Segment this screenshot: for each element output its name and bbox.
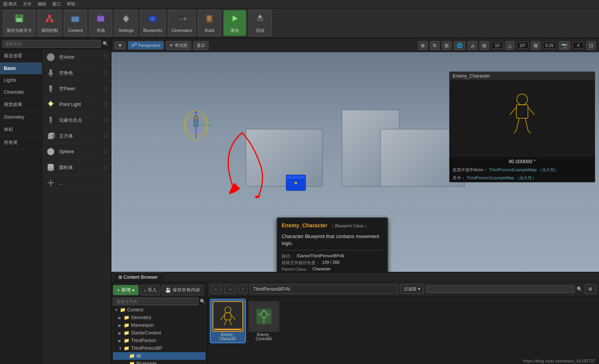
angle-value[interactable]: 10° xyxy=(517,42,529,49)
launch-label: 启动 xyxy=(256,28,264,33)
grid-toggle[interactable]: ⊞ xyxy=(480,41,489,50)
new-button[interactable]: + 新增 ▾ xyxy=(113,285,139,295)
preview-character-svg xyxy=(499,88,545,149)
new-dropdown-arrow: ▾ xyxy=(132,288,134,293)
asset-item-enemy-character[interactable]: Enemy_Character xyxy=(211,299,245,342)
list-item[interactable]: 空角色 ⓘ xyxy=(42,65,111,81)
filter-button[interactable]: 过滤器 ▾ xyxy=(400,284,423,294)
import-button[interactable]: ↓ 导入 xyxy=(140,285,160,295)
search-input[interactable] xyxy=(2,40,101,48)
camera-speed[interactable]: 4 xyxy=(572,42,584,49)
tree-blueprints-label: Blueprints xyxy=(136,361,157,364)
list-item[interactable]: 空Actor ⓘ xyxy=(42,50,111,65)
show-button[interactable]: 显示 xyxy=(193,41,209,50)
list-item[interactable]: Point Light ⓘ xyxy=(42,97,111,113)
menu-edit[interactable]: 编辑 xyxy=(38,1,46,7)
scale-value[interactable]: 0.25 xyxy=(543,42,556,49)
tooltip-description: Character Blueprint that contains moveme… xyxy=(282,233,383,247)
menu-window[interactable]: 窗口 xyxy=(52,1,61,7)
list-item[interactable]: 圆柱体 ⓘ xyxy=(42,160,111,175)
source-control-button[interactable]: 源码控制 xyxy=(38,10,61,36)
asset-thumb-enemy-character xyxy=(212,301,243,332)
category-basic[interactable]: Basic xyxy=(0,63,42,74)
lit-button[interactable]: ☀ 带光照 xyxy=(166,41,191,50)
category-volume[interactable]: 体积 xyxy=(0,123,42,136)
launch-icon xyxy=(255,13,265,26)
preview-level-link[interactable]: ThirdPersonExampleMap （永久性） xyxy=(466,175,536,180)
preview-map-label: ThirdPersonExampleMap xyxy=(489,167,537,172)
tooltip-divider xyxy=(282,250,383,250)
main-area: 🔍 最近放置 Basic Lights Cinematic 视觉效果 Geome… xyxy=(0,38,599,364)
category-lights[interactable]: Lights xyxy=(0,74,42,86)
tree-item-geometry[interactable]: ▶ 📁 Geometry xyxy=(113,314,206,321)
category-geometry[interactable]: Geometry xyxy=(0,111,42,123)
surface-snap[interactable]: ⊿ xyxy=(468,41,477,50)
svg-point-4 xyxy=(46,19,49,22)
category-cinematic[interactable]: Cinematic xyxy=(0,86,42,98)
cube-label: 立方体 xyxy=(59,133,101,139)
preview-map-link[interactable]: ThirdPersonExampleMap （永久性） xyxy=(489,167,559,172)
asset-item-enemy-controller[interactable]: Enemy_Controller xyxy=(247,299,281,342)
nav-back-button[interactable]: ← xyxy=(211,285,222,294)
nav-up-button[interactable]: ↑ xyxy=(238,285,247,294)
nav-forward-button[interactable]: → xyxy=(224,285,236,294)
save-all-button[interactable]: 💾 保存所有内容 xyxy=(162,285,204,295)
content-button[interactable]: Content xyxy=(64,10,87,36)
top-menu-bar: ▦ 模式 文件 编辑 窗口 帮助 xyxy=(0,0,599,8)
scale-tool[interactable]: ⊞ xyxy=(442,41,451,50)
cube-info: ⓘ xyxy=(104,133,108,139)
category-all[interactable]: 所有类 xyxy=(0,136,42,149)
build-button[interactable]: Build xyxy=(198,10,221,36)
translate-tool[interactable]: ⊕ xyxy=(418,41,428,50)
empty-actor-info: ⓘ xyxy=(104,55,108,60)
bottom-content: + 新增 ▾ ↓ 导入 💾 保存所有内容 xyxy=(111,282,599,364)
list-item[interactable]: ... xyxy=(42,175,111,191)
menu-help[interactable]: 帮助 xyxy=(67,1,75,7)
svg-point-37 xyxy=(49,102,53,106)
maximize-button[interactable]: ⊡ xyxy=(586,41,596,50)
angle-toggle[interactable]: △ xyxy=(505,41,514,50)
search-icon: 🔍 xyxy=(103,41,108,46)
cinematics-button[interactable]: Cinematics xyxy=(168,10,196,36)
assets-search-input[interactable] xyxy=(426,285,574,293)
perspective-button[interactable]: Perspective xyxy=(128,41,164,50)
tree-item-thirdperson[interactable]: ▶ 📁 ThirdPerson xyxy=(113,337,206,344)
tree-item-mannequin[interactable]: ▶ 📁 Mannequin xyxy=(113,321,206,329)
play-button[interactable]: 播放 xyxy=(223,10,246,36)
cube-icon xyxy=(45,131,56,141)
tree-item-ai[interactable]: 📁 AI xyxy=(113,352,206,360)
blueprints-button[interactable]: Blueprints xyxy=(140,10,166,36)
list-item[interactable]: 空Pawn ⓘ xyxy=(42,81,111,97)
tab-content-browser[interactable]: ⊞ Content Browser xyxy=(114,273,163,281)
category-recent[interactable]: 最近放置 xyxy=(0,50,42,63)
tree-item-content[interactable]: ▼ 📁 Content xyxy=(113,306,206,314)
cylinder-label: 圆柱体 xyxy=(59,164,101,171)
assets-settings-button[interactable]: ⚙ xyxy=(585,285,596,294)
camera-toggle[interactable]: 📷 xyxy=(559,41,570,50)
launch-button[interactable]: 启动 xyxy=(249,10,272,36)
tree-search-input[interactable] xyxy=(113,298,198,305)
bottom-tabs: ⊞ Content Browser xyxy=(111,273,599,282)
market-button[interactable]: 市场 xyxy=(89,10,112,36)
settings-button[interactable]: Settings xyxy=(114,10,138,36)
scale-toggle[interactable]: ⊠ xyxy=(531,41,541,50)
category-visual[interactable]: 视觉效果 xyxy=(0,98,42,111)
mode-button[interactable]: ▦ 模式 xyxy=(3,1,17,7)
tree-item-blueprints[interactable]: 📁 Blueprints xyxy=(113,360,206,364)
tree-item-thirdpersonbp[interactable]: ▼ 📁 ThirdPersonBP xyxy=(113,344,206,352)
tree-item-starter[interactable]: ▶ 📁 StarterContent xyxy=(113,329,206,337)
viewport[interactable]: ▼ Perspective ☀ 带光照 显示 xyxy=(111,38,599,272)
grid-size[interactable]: 10 xyxy=(491,42,503,49)
list-item[interactable]: 玩家出生点 ⓘ xyxy=(42,113,111,128)
menu-file[interactable]: 文件 xyxy=(23,1,32,7)
viewport-dropdown[interactable]: ▼ xyxy=(114,41,126,49)
list-item[interactable]: Sphere ⓘ xyxy=(42,144,111,160)
svg-rect-57 xyxy=(132,45,134,46)
rotate-tool[interactable]: ↻ xyxy=(430,41,440,50)
path-box[interactable]: ThirdPersonBP/AI xyxy=(250,285,398,294)
world-local-toggle[interactable]: 🌐 xyxy=(454,41,465,50)
list-item[interactable]: 立方体 ⓘ xyxy=(42,128,111,144)
tooltip-bake-key: 烘焙文件路径长度： xyxy=(282,260,320,266)
save-button[interactable]: 保存当前关卡 xyxy=(3,10,35,36)
source-icon xyxy=(44,13,55,26)
